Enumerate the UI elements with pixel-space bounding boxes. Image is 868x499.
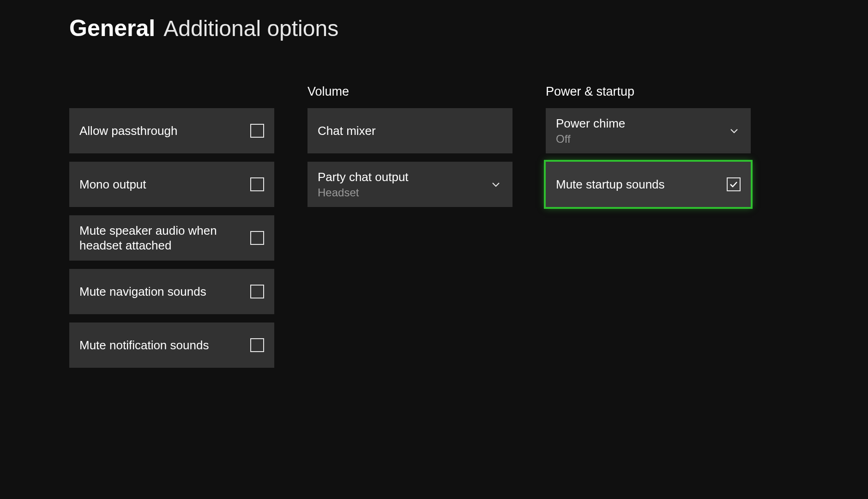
column-power-startup: Power & startup Power chime Off Mute sta… — [546, 82, 751, 376]
checkbox-icon — [250, 124, 264, 138]
mute-speaker-when-headset-label: Mute speaker audio when headset attached — [79, 223, 250, 253]
power-startup-heading: Power & startup — [546, 82, 751, 99]
mute-navigation-sounds-label: Mute navigation sounds — [79, 284, 250, 299]
power-chime-label: Power chime — [556, 116, 728, 131]
checkbox-icon — [250, 285, 264, 298]
checkbox-icon — [727, 177, 741, 191]
volume-heading: Volume — [307, 82, 512, 99]
checkbox-icon — [250, 338, 264, 352]
column-volume: Volume Chat mixer Party chat output Head… — [307, 82, 512, 376]
allow-passthrough-toggle[interactable]: Allow passthrough — [69, 108, 274, 153]
page-header: General Additional options — [0, 0, 868, 42]
party-chat-output-value: Headset — [318, 186, 489, 199]
allow-passthrough-label: Allow passthrough — [79, 123, 250, 139]
mute-startup-sounds-label: Mute startup sounds — [556, 177, 727, 192]
chevron-down-icon — [489, 178, 502, 191]
chevron-down-icon — [728, 124, 741, 137]
mute-speaker-when-headset-toggle[interactable]: Mute speaker audio when headset attached — [69, 215, 274, 261]
chat-mixer-button[interactable]: Chat mixer — [307, 108, 512, 153]
column-general: Allow passthrough Mono output Mute speak… — [69, 82, 274, 376]
mono-output-label: Mono output — [79, 177, 250, 192]
checkbox-icon — [250, 177, 264, 191]
chat-mixer-label: Chat mixer — [318, 123, 502, 139]
power-chime-value: Off — [556, 133, 728, 146]
party-chat-output-select[interactable]: Party chat output Headset — [307, 162, 512, 207]
party-chat-output-label: Party chat output — [318, 170, 489, 185]
mono-output-toggle[interactable]: Mono output — [69, 162, 274, 207]
checkbox-icon — [250, 231, 264, 245]
mute-startup-sounds-toggle[interactable]: Mute startup sounds — [546, 162, 751, 207]
column-general-heading-spacer — [69, 82, 274, 99]
page-title-bold: General — [69, 15, 155, 42]
mute-notification-sounds-label: Mute notification sounds — [79, 338, 250, 353]
mute-navigation-sounds-toggle[interactable]: Mute navigation sounds — [69, 269, 274, 314]
content-area: Allow passthrough Mono output Mute speak… — [0, 42, 868, 376]
power-chime-select[interactable]: Power chime Off — [546, 108, 751, 153]
page-title-light: Additional options — [163, 16, 338, 41]
mute-notification-sounds-toggle[interactable]: Mute notification sounds — [69, 323, 274, 368]
